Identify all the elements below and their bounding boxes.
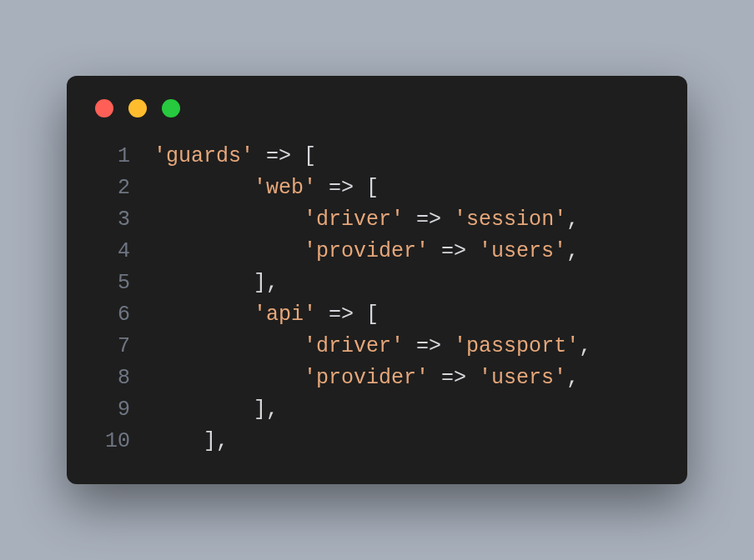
code-line: 5 ], xyxy=(90,268,664,299)
token-op: => xyxy=(441,239,466,263)
line-number: 2 xyxy=(90,172,130,204)
line-content: ], xyxy=(153,268,279,299)
token-punct xyxy=(316,302,329,327)
line-number: 7 xyxy=(90,331,130,362)
token-punct xyxy=(404,208,416,232)
code-line: 9 ], xyxy=(90,394,664,426)
token-str: 'driver' xyxy=(304,334,404,358)
line-number: 10 xyxy=(90,426,130,458)
code-line: 3 'driver' => 'session', xyxy=(90,204,664,236)
token-punct xyxy=(404,334,416,358)
token-str: 'users' xyxy=(479,366,566,390)
token-punct xyxy=(429,239,441,263)
line-number: 5 xyxy=(90,268,130,299)
token-str: 'provider' xyxy=(304,239,429,263)
token-punct: ], xyxy=(153,398,279,422)
token-punct: , xyxy=(579,334,591,358)
token-punct xyxy=(466,239,479,263)
token-op: => xyxy=(329,176,354,200)
token-punct: , xyxy=(566,366,579,390)
code-line: 2 'web' => [ xyxy=(90,172,664,204)
line-content: 'provider' => 'users', xyxy=(153,236,579,268)
token-str: 'provider' xyxy=(304,366,429,390)
token-str: 'web' xyxy=(254,176,316,200)
line-number: 3 xyxy=(90,204,130,236)
token-str: 'session' xyxy=(454,208,566,232)
token-punct: ], xyxy=(153,271,279,295)
token-op: => xyxy=(266,144,291,168)
token-punct: [ xyxy=(291,144,316,168)
token-punct xyxy=(254,144,266,168)
token-op: => xyxy=(416,208,441,232)
line-content: ], xyxy=(153,426,229,458)
token-op: => xyxy=(441,366,466,390)
token-str: 'guards' xyxy=(153,144,254,168)
line-number: 6 xyxy=(90,299,130,331)
code-line: 10 ], xyxy=(90,426,664,458)
minimize-icon[interactable] xyxy=(128,99,147,118)
token-punct: , xyxy=(566,239,579,263)
token-str: 'users' xyxy=(479,239,566,263)
close-icon[interactable] xyxy=(95,99,113,118)
code-line: 8 'provider' => 'users', xyxy=(90,362,664,394)
token-op: => xyxy=(329,302,354,327)
token-punct: ], xyxy=(153,429,229,453)
token-punct xyxy=(441,334,454,358)
maximize-icon[interactable] xyxy=(162,99,180,118)
code-line: 4 'provider' => 'users', xyxy=(90,236,664,268)
code-window: 1'guards' => [2 'web' => [3 'driver' => … xyxy=(67,76,687,484)
line-content: ], xyxy=(153,394,279,426)
window-controls xyxy=(95,99,664,118)
token-punct xyxy=(153,334,304,358)
line-content: 'api' => [ xyxy=(153,299,379,331)
line-content: 'guards' => [ xyxy=(153,141,316,172)
line-number: 1 xyxy=(90,141,130,172)
token-punct: [ xyxy=(354,176,379,200)
token-punct xyxy=(153,366,304,390)
token-punct xyxy=(153,302,254,327)
token-str: 'passport' xyxy=(454,334,579,358)
code-editor[interactable]: 1'guards' => [2 'web' => [3 'driver' => … xyxy=(90,141,664,458)
line-content: 'provider' => 'users', xyxy=(153,362,579,394)
line-content: 'driver' => 'session', xyxy=(153,204,579,236)
line-number: 4 xyxy=(90,236,130,268)
token-punct: , xyxy=(566,208,579,232)
token-punct xyxy=(316,176,329,200)
token-op: => xyxy=(416,334,441,358)
token-str: 'driver' xyxy=(304,208,404,232)
token-punct xyxy=(153,176,254,200)
code-line: 1'guards' => [ xyxy=(90,141,664,172)
line-content: 'driver' => 'passport', xyxy=(153,331,591,362)
code-line: 7 'driver' => 'passport', xyxy=(90,331,664,362)
code-line: 6 'api' => [ xyxy=(90,299,664,331)
token-punct: [ xyxy=(354,302,379,327)
token-punct xyxy=(153,208,304,232)
line-number: 9 xyxy=(90,394,130,426)
token-punct xyxy=(429,366,441,390)
token-punct xyxy=(441,208,454,232)
token-punct xyxy=(466,366,479,390)
token-str: 'api' xyxy=(254,302,316,327)
line-content: 'web' => [ xyxy=(153,172,379,204)
line-number: 8 xyxy=(90,362,130,394)
token-punct xyxy=(153,239,304,263)
